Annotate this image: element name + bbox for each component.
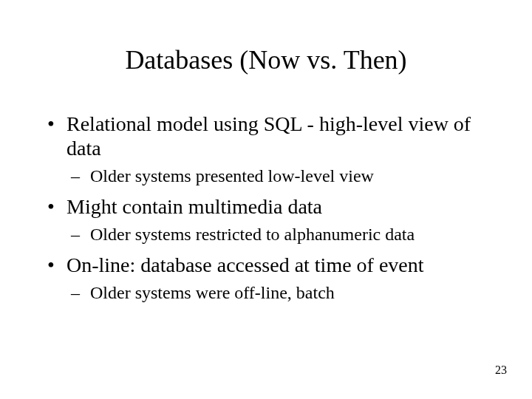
bullet-level2: Older systems restricted to alphanumeric…: [44, 223, 495, 245]
bullet-level2: Older systems were off-line, batch: [44, 282, 495, 304]
bullet-level1: Might contain multimedia data: [44, 194, 495, 219]
bullet-level1: On-line: database accessed at time of ev…: [44, 253, 495, 277]
page-number: 23: [495, 364, 507, 377]
slide-title: Databases (Now vs. Then): [0, 44, 532, 75]
slide-body: Relational model using SQL - high-level …: [44, 107, 495, 311]
bullet-level2: Older systems presented low-level view: [44, 165, 495, 187]
slide: Databases (Now vs. Then) Relational mode…: [0, 0, 532, 399]
bullet-level1: Relational model using SQL - high-level …: [44, 112, 495, 160]
